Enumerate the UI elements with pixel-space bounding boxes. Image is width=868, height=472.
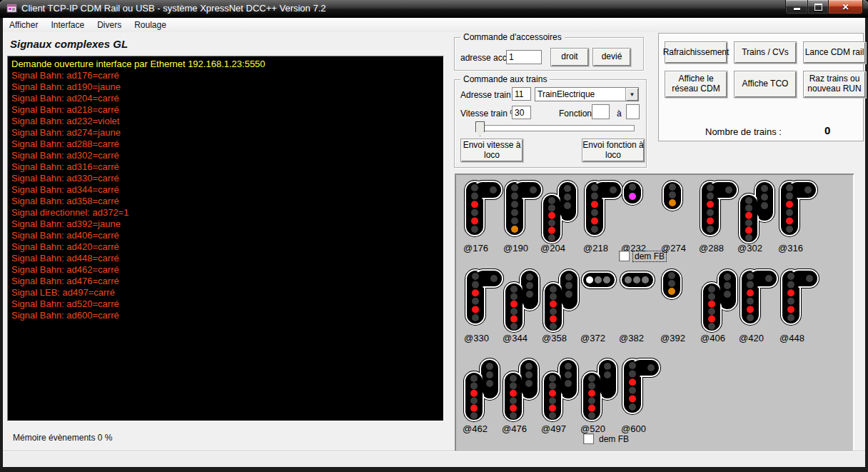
trains-cvs-button[interactable]: Trains / CVs — [734, 41, 797, 64]
speed-slider-thumb[interactable] — [475, 121, 485, 136]
console-line: Signal directionnel: ad372=1 — [11, 207, 443, 219]
status-strip — [3, 451, 865, 467]
train-select[interactable]: TrainElectrique ▼ — [535, 87, 639, 101]
fonction-label: Fonction: — [559, 109, 594, 119]
signal-label-476: @476 — [502, 423, 527, 434]
raz-trains-ou-nouveau-run-button[interactable]: Raz trains ou nouveau RUN — [803, 71, 866, 98]
console-line: Demande ouverture interface par Ethernet… — [11, 59, 443, 70]
signal-476 — [501, 356, 542, 426]
console-line: Signal Bahn: ad288=carré — [11, 139, 443, 150]
console-line: Signal Bahn: ad448=carré — [11, 253, 443, 264]
signal-372 — [580, 269, 618, 293]
droit-button[interactable]: droit — [550, 48, 589, 66]
signal-382 — [618, 269, 657, 293]
close-icon: ✕ — [842, 3, 849, 11]
console-line: Signal Bahn: ad600=carré — [11, 310, 443, 321]
group-accessoires-title: Commande d'accessoires — [460, 32, 565, 42]
signal-232 — [620, 179, 645, 210]
fonction-to-input[interactable] — [626, 104, 640, 119]
close-button[interactable]: ✕ — [828, 0, 863, 14]
console-line: Signal Bahn: ad476=carré — [11, 276, 443, 287]
console-line: Signal Bahn: ad176=carré — [11, 70, 443, 81]
signal-288 — [698, 179, 742, 243]
dem-fb-label: dem FB — [597, 434, 630, 444]
signal-label-448: @448 — [779, 333, 804, 343]
devie-button[interactable]: devié — [592, 48, 631, 66]
adresse-acc-input[interactable] — [506, 50, 542, 64]
window-title: Client TCP-IP CDM Rail ou USB - système … — [21, 3, 326, 14]
a-label: à — [617, 109, 622, 119]
signal-label-520: @520 — [580, 423, 605, 434]
console-line: Signal Bahn: ad302=carré — [11, 150, 443, 161]
dem-fb-checkbox[interactable] — [619, 251, 630, 261]
page-title: Signaux complexes GL — [10, 38, 128, 50]
signal-392 — [660, 267, 684, 304]
maximize-icon — [814, 4, 822, 11]
signal-label-204: @204 — [540, 243, 565, 253]
title-bar[interactable]: Client TCP-IP CDM Rail ou USB - système … — [0, 0, 868, 18]
envoi-fonction-button[interactable]: Envoi fonction à loco — [582, 139, 645, 162]
menu-item-interface[interactable]: Interface — [44, 19, 91, 31]
envoi-vitesse-button[interactable]: Envoi vitesse à loco — [460, 139, 523, 162]
menu-bar: AfficherInterfaceDiversRoulage — [3, 18, 865, 33]
menu-item-afficher[interactable]: Afficher — [3, 19, 44, 31]
signal-label-406: @406 — [700, 333, 725, 343]
signal-448 — [779, 267, 823, 331]
signal-label-600: @600 — [621, 423, 646, 434]
lance-cdm-rail-button[interactable]: Lance CDM rail — [803, 41, 866, 64]
console-line: Signal Bahn: ad218=carré — [11, 104, 443, 116]
signal-302 — [737, 179, 778, 248]
signal-316 — [777, 179, 822, 243]
console-line: Signal Bahn: ad274=jaune — [11, 127, 443, 139]
signal-label-288: @288 — [699, 243, 724, 253]
adresse-acc-label: adresse acc — [460, 53, 507, 63]
train-count-label: Nombre de trains : — [705, 126, 782, 137]
signal-274 — [660, 179, 685, 216]
signal-panel: @176@190@204@218@232@274@288@302@316@330… — [455, 174, 854, 453]
menu-item-roulage[interactable]: Roulage — [128, 19, 173, 31]
train-select-value: TrainElectrique — [535, 89, 625, 99]
console-line: Signal LEB: ad497=carré — [11, 287, 443, 298]
signal-label-176: @176 — [463, 243, 488, 253]
menu-item-divers[interactable]: Divers — [91, 19, 128, 31]
rafraichissement-button[interactable]: Rafraichissement — [665, 41, 727, 64]
signal-label-462: @462 — [463, 423, 488, 434]
signal-label-392: @392 — [660, 333, 685, 343]
signal-330 — [463, 267, 508, 331]
dem-fb-checkbox[interactable] — [583, 433, 594, 444]
chevron-down-icon[interactable]: ▼ — [625, 88, 638, 101]
signal-label-344: @344 — [503, 333, 528, 343]
signal-label-190: @190 — [503, 243, 528, 253]
signal-label-372: @372 — [580, 333, 605, 343]
app-window: Client TCP-IP CDM Rail ou USB - système … — [0, 0, 868, 472]
console-line: Signal Bahn: ad316=carré — [11, 161, 443, 173]
fonction-input[interactable] — [592, 104, 610, 119]
adresse-train-input[interactable] — [512, 87, 531, 101]
vitesse-train-input[interactable] — [512, 106, 531, 119]
console-line: Signal Bahn: ad330=carré — [11, 173, 443, 184]
console-line: Signal Bahn: ad406=carré — [11, 230, 443, 241]
console-line: Signal Bahn: ad204=carré — [11, 93, 443, 104]
maximize-button[interactable] — [808, 0, 828, 14]
signal-label-330: @330 — [464, 333, 489, 343]
minimize-icon — [794, 8, 800, 10]
speed-slider-track[interactable] — [478, 125, 635, 131]
signal-358 — [541, 267, 582, 337]
console-line: Signal Bahn: ad392=jaune — [11, 219, 443, 230]
group-trains-title: Commande aux trains — [460, 74, 550, 84]
adresse-train-label: Adresse train : — [460, 90, 515, 100]
affiche-le-r-seau-cdm-button[interactable]: Affiche le réseau CDM — [665, 71, 727, 98]
console-line: Signal Bahn: ad232=violet — [11, 116, 443, 127]
signal-420 — [738, 267, 782, 331]
vitesse-train-label: Vitesse train % — [460, 109, 518, 119]
event-console: Demande ouverture interface par Ethernet… — [7, 56, 444, 421]
signal-462 — [462, 356, 503, 426]
affiche-tco-button[interactable]: Affiche TCO — [734, 71, 797, 98]
group-trains: Commande aux trains Adresse train : Trai… — [454, 79, 647, 168]
window-border-bottom — [0, 466, 868, 472]
signal-label-218: @218 — [583, 243, 608, 253]
console-line: Signal Bahn: ad190=jaune — [11, 81, 443, 93]
client-area: Signaux complexes GL Demande ouverture i… — [3, 32, 865, 451]
signal-204 — [540, 179, 581, 248]
minimize-button[interactable] — [785, 0, 808, 14]
